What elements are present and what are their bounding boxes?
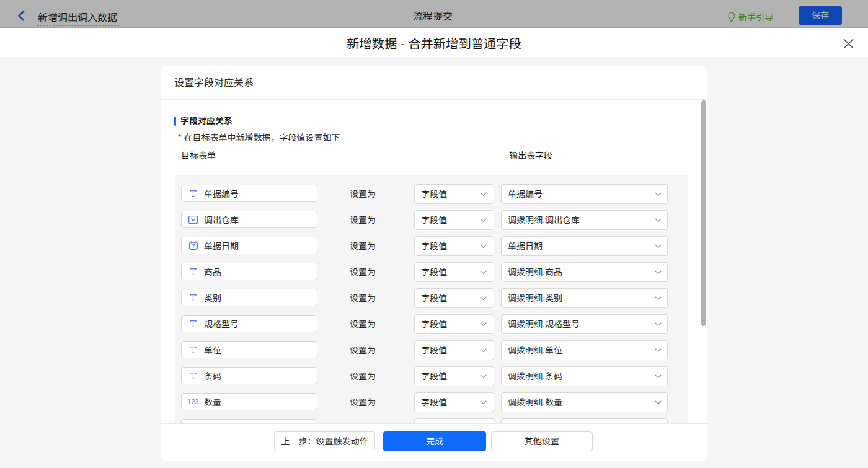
svg-text:7: 7	[192, 243, 195, 249]
